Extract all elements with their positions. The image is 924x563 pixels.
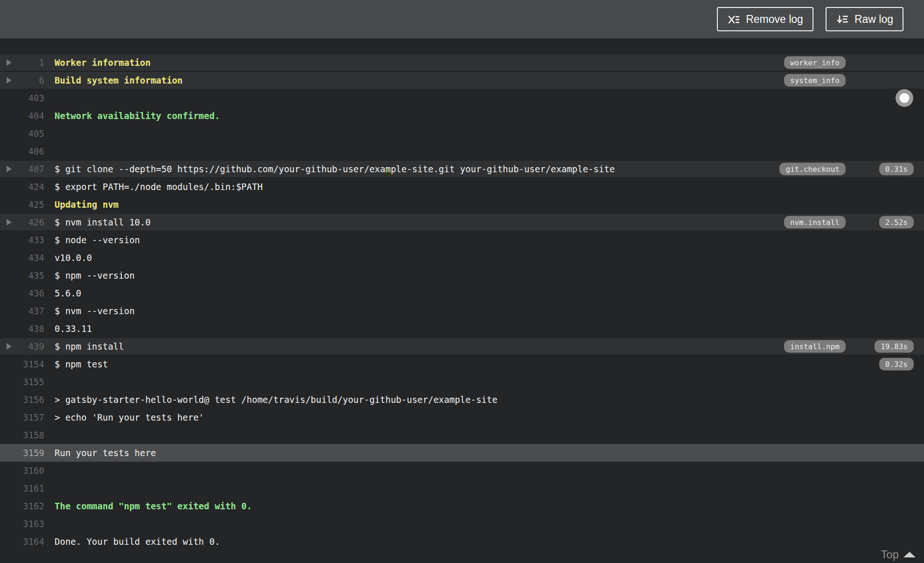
fold-toggle-icon[interactable] bbox=[7, 343, 12, 350]
line-number[interactable]: 3154 bbox=[23, 359, 44, 369]
line-number[interactable]: 3161 bbox=[23, 483, 44, 493]
duration-badge: 19.83s bbox=[875, 340, 914, 353]
log-line: 438 0.33.11 bbox=[0, 320, 924, 338]
line-gutter: 426 bbox=[0, 217, 44, 227]
line-gutter: 406 bbox=[0, 146, 44, 156]
line-number[interactable]: 426 bbox=[28, 217, 44, 227]
line-gutter: 436 bbox=[0, 288, 44, 298]
line-gutter: 435 bbox=[0, 270, 44, 281]
log-line: 1 Worker information worker_info bbox=[0, 54, 924, 71]
log-line: 3156 > gatsby-starter-hello-world@ test … bbox=[0, 391, 924, 408]
log-line: 3164 Done. Your build exited with 0. bbox=[0, 533, 924, 550]
duration-badge: 0.32s bbox=[879, 358, 914, 371]
log-lines: 1 Worker information worker_info 6 Build… bbox=[0, 54, 924, 550]
line-number[interactable]: 435 bbox=[28, 270, 44, 281]
log-toolbar: Remove log Raw log bbox=[0, 0, 924, 38]
raw-log-button[interactable]: Raw log bbox=[826, 7, 903, 31]
line-gutter: 3157 bbox=[0, 412, 44, 422]
log-text: Done. Your build exited with 0. bbox=[44, 536, 770, 547]
top-label: Top bbox=[881, 548, 899, 561]
log-line: 3160 bbox=[0, 462, 924, 479]
log-line: 437 $ nvm --version bbox=[0, 302, 924, 320]
line-gutter: 407 bbox=[0, 164, 44, 174]
line-number[interactable]: 436 bbox=[28, 288, 44, 298]
line-number[interactable]: 3162 bbox=[23, 501, 44, 511]
line-gutter: 3164 bbox=[0, 536, 44, 547]
line-number[interactable]: 3163 bbox=[23, 519, 44, 529]
line-number[interactable]: 438 bbox=[28, 324, 44, 334]
log-line: 436 5.6.0 bbox=[0, 284, 924, 302]
line-number[interactable]: 3157 bbox=[23, 412, 44, 422]
fold-tag-badge: install.npm bbox=[784, 340, 846, 353]
line-number[interactable]: 425 bbox=[28, 199, 44, 210]
scroll-to-top-link[interactable]: Top bbox=[881, 548, 916, 561]
line-number[interactable]: 434 bbox=[28, 253, 44, 263]
line-gutter: 6 bbox=[0, 75, 44, 85]
log-line: 3163 bbox=[0, 515, 924, 533]
log-line: 404 Network availability confirmed. bbox=[0, 107, 924, 125]
log-line: 3158 bbox=[0, 426, 924, 444]
line-number[interactable]: 3159 bbox=[23, 448, 44, 458]
log-text: $ npm install bbox=[44, 341, 770, 352]
line-number[interactable]: 1 bbox=[39, 57, 44, 68]
line-number[interactable]: 3156 bbox=[23, 394, 44, 405]
line-number[interactable]: 437 bbox=[28, 306, 44, 316]
log-text: > gatsby-starter-hello-world@ test /home… bbox=[44, 394, 770, 405]
line-gutter: 434 bbox=[0, 253, 44, 263]
line-number[interactable]: 6 bbox=[39, 75, 44, 85]
line-gutter: 3155 bbox=[0, 377, 44, 387]
duration-badge: 2.52s bbox=[879, 216, 914, 229]
triangle-up-icon bbox=[903, 552, 916, 557]
line-number[interactable]: 405 bbox=[28, 128, 44, 139]
line-number[interactable]: 404 bbox=[28, 111, 44, 121]
fold-toggle-icon[interactable] bbox=[7, 77, 12, 84]
log-text: > echo 'Run your tests here' bbox=[44, 412, 770, 422]
log-line: 406 bbox=[0, 142, 924, 160]
log-text: 0.33.11 bbox=[44, 324, 770, 334]
log-line: 405 bbox=[0, 125, 924, 142]
line-number[interactable]: 439 bbox=[28, 341, 44, 352]
fold-toggle-icon[interactable] bbox=[7, 166, 12, 172]
log-line: 439 $ npm install install.npm 19.83s bbox=[0, 338, 924, 355]
log-line: 425 Updating nvm bbox=[0, 196, 924, 213]
duration-badge: 0.31s bbox=[879, 163, 914, 176]
log-line: 3157 > echo 'Run your tests here' bbox=[0, 408, 924, 426]
line-gutter: 437 bbox=[0, 306, 44, 316]
line-gutter: 403 bbox=[0, 93, 44, 103]
log-text: Updating nvm bbox=[44, 199, 770, 210]
line-gutter: 3162 bbox=[0, 501, 44, 511]
line-number[interactable]: 3158 bbox=[23, 430, 44, 440]
line-gutter: 404 bbox=[0, 111, 44, 121]
line-gutter: 3161 bbox=[0, 483, 44, 493]
line-number[interactable]: 424 bbox=[28, 182, 44, 192]
fold-tag-badge: worker_info bbox=[784, 56, 846, 69]
line-number[interactable]: 3164 bbox=[23, 536, 44, 547]
log-text: $ export PATH=./node_modules/.bin:$PATH bbox=[44, 182, 770, 192]
fold-tag-badge: git.checkout bbox=[779, 163, 846, 176]
remove-log-button[interactable]: Remove log bbox=[717, 7, 813, 31]
line-gutter: 3154 bbox=[0, 359, 44, 369]
line-number[interactable]: 407 bbox=[28, 164, 44, 174]
line-gutter: 3160 bbox=[0, 465, 44, 476]
line-gutter: 3158 bbox=[0, 430, 44, 440]
raw-log-icon bbox=[836, 13, 849, 26]
line-number[interactable]: 3160 bbox=[23, 465, 44, 476]
line-number[interactable]: 433 bbox=[28, 235, 44, 245]
fold-toggle-icon[interactable] bbox=[7, 59, 12, 66]
log-text: Build system information bbox=[44, 75, 770, 85]
log-line: 3161 bbox=[0, 479, 924, 497]
log-line: 433 $ node --version bbox=[0, 231, 924, 249]
log-line: 426 $ nvm install 10.0 nvm.install 2.52s bbox=[0, 213, 924, 231]
raw-log-label: Raw log bbox=[855, 13, 893, 26]
line-number[interactable]: 406 bbox=[28, 146, 44, 156]
line-number[interactable]: 403 bbox=[28, 93, 44, 103]
log-text: $ node --version bbox=[44, 235, 770, 245]
line-gutter: 3159 bbox=[0, 448, 44, 458]
line-gutter: 424 bbox=[0, 182, 44, 192]
log-text: Network availability confirmed. bbox=[44, 111, 770, 121]
line-number[interactable]: 3155 bbox=[23, 377, 44, 387]
scroll-indicator[interactable] bbox=[896, 89, 913, 107]
log-text: Run your tests here bbox=[44, 448, 770, 458]
log-text: The command "npm test" exited with 0. bbox=[44, 501, 770, 511]
fold-toggle-icon[interactable] bbox=[7, 219, 12, 225]
